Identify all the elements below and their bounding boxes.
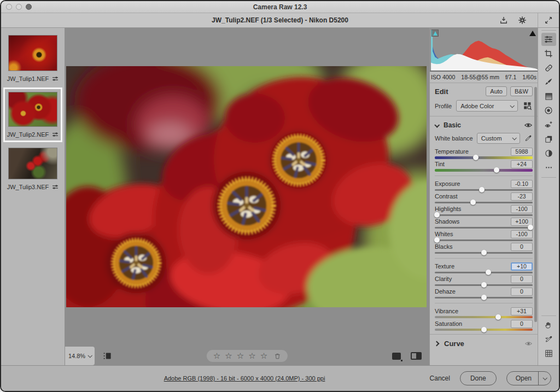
close-window-button[interactable]	[6, 4, 12, 10]
star-icon[interactable]: ☆	[237, 352, 244, 360]
slider-thumb[interactable]	[481, 327, 487, 332]
zoom-window-button[interactable]	[26, 4, 32, 10]
slider-value-field[interactable]: 0	[511, 275, 533, 283]
slider-value-field[interactable]: 0	[511, 320, 533, 328]
slider-track[interactable]	[435, 213, 533, 217]
snapshots-icon[interactable]	[541, 132, 556, 145]
profile-browser-icon[interactable]	[522, 101, 533, 111]
slider-track[interactable]	[435, 315, 533, 319]
slider-track[interactable]	[435, 296, 533, 299]
slider-track[interactable]	[435, 168, 533, 172]
slider-value-field[interactable]: 5988	[511, 148, 533, 156]
slider-thumb[interactable]	[528, 225, 533, 230]
slider-track[interactable]	[435, 156, 533, 159]
presets-icon[interactable]	[541, 147, 556, 160]
split-view-icon[interactable]	[411, 352, 422, 360]
red-eye-icon[interactable]	[541, 118, 556, 131]
save-image-icon[interactable]	[499, 15, 509, 25]
brush-icon[interactable]	[541, 75, 556, 89]
slider-label: Highlights	[435, 206, 461, 212]
reject-trash-icon[interactable]	[274, 353, 281, 360]
slider-label: Dehaze	[435, 288, 456, 295]
slider-value-field[interactable]: +31	[511, 307, 533, 315]
heal-icon[interactable]	[541, 61, 556, 74]
sampler-icon[interactable]	[541, 332, 556, 346]
filmstrip-toggle-icon[interactable]	[103, 352, 113, 360]
slider-thumb[interactable]	[434, 212, 440, 218]
slider-value-field[interactable]: -100	[511, 205, 533, 213]
slider-track[interactable]	[435, 328, 533, 331]
slider-thumb[interactable]	[486, 270, 491, 275]
zoom-level-dropdown[interactable]: 14.8%	[65, 347, 95, 365]
filmstrip-item[interactable]: JW_Tulip3.NEF	[3, 143, 62, 195]
shadow-clipping-indicator[interactable]	[431, 30, 439, 37]
slider-thumb[interactable]	[473, 155, 479, 160]
panel-scrollbar[interactable]	[534, 87, 537, 322]
star-icon[interactable]: ☆	[225, 352, 232, 360]
curve-visibility-eye-icon[interactable]	[524, 340, 533, 348]
hand-icon[interactable]	[541, 318, 556, 331]
photo-preview[interactable]	[66, 66, 427, 307]
slider-row: Dehaze0	[435, 287, 533, 299]
basic-section-header[interactable]: Basic	[430, 116, 538, 132]
fullscreen-toggle-icon[interactable]	[544, 16, 553, 25]
white-balance-dropdown[interactable]: Custom	[477, 133, 520, 144]
filmstrip-item[interactable]: JW_Tulip2.NEF	[3, 87, 62, 142]
slider-track[interactable]	[435, 238, 533, 242]
white-balance-eyedropper-icon[interactable]	[524, 134, 533, 143]
slider-row: Exposure-0.10	[435, 179, 533, 191]
highlight-clipping-indicator[interactable]	[529, 30, 536, 37]
slider-value-field[interactable]: -0.10	[511, 180, 533, 188]
slider-track[interactable]	[435, 226, 533, 229]
slider-label: Clarity	[435, 276, 452, 282]
slider-value-field[interactable]: 0	[511, 288, 533, 296]
slider-thumb[interactable]	[470, 200, 476, 205]
slider-value-field[interactable]: 0	[511, 243, 533, 251]
histogram[interactable]	[430, 28, 538, 72]
canvas-toolbar: 14.8% ☆☆☆☆☆	[65, 347, 429, 365]
toolbar-bottom	[541, 318, 556, 361]
star-icon[interactable]: ☆	[213, 352, 220, 360]
slider-thumb[interactable]	[434, 237, 440, 243]
thumbnail-image[interactable]	[9, 92, 57, 126]
filmstrip-item[interactable]: JW_Tulip1.NEF	[3, 31, 62, 86]
radial-filter-icon[interactable]	[541, 104, 556, 117]
slider-value-field[interactable]: +10	[511, 262, 533, 271]
cancel-button[interactable]: Cancel	[430, 375, 450, 382]
slider-value-field[interactable]: -23	[511, 192, 533, 201]
thumbnail-image[interactable]	[9, 36, 57, 71]
slider-row: Highlights-100	[435, 204, 533, 217]
grid-icon[interactable]	[541, 347, 556, 360]
workflow-options-link[interactable]: Adobe RGB (1998) - 16 bit - 6000 x 4000 …	[91, 375, 398, 382]
bw-button[interactable]: B&W	[510, 86, 533, 96]
slider-track[interactable]	[435, 201, 533, 204]
edit-icon[interactable]	[541, 33, 556, 46]
open-options-chevron[interactable]	[538, 372, 551, 385]
curve-section-header[interactable]: Curve	[430, 334, 538, 353]
slider-track[interactable]	[435, 188, 533, 191]
done-button[interactable]: Done	[460, 371, 497, 385]
before-after-menu-icon[interactable]	[392, 353, 401, 360]
slider-thumb[interactable]	[495, 314, 501, 320]
slider-value-field[interactable]: -100	[511, 230, 533, 238]
more-icon[interactable]	[541, 161, 556, 174]
preferences-gear-icon[interactable]	[517, 15, 527, 25]
crop-icon[interactable]	[541, 47, 556, 60]
slider-thumb[interactable]	[481, 282, 487, 288]
profile-dropdown[interactable]: Adobe Color	[456, 100, 518, 112]
star-icon[interactable]: ☆	[248, 352, 255, 360]
minimize-window-button[interactable]	[16, 4, 22, 10]
slider-track[interactable]	[435, 251, 533, 254]
thumbnail-image[interactable]	[9, 148, 57, 179]
auto-button[interactable]: Auto	[486, 86, 507, 96]
slider-track[interactable]	[435, 283, 533, 286]
graduated-filter-icon[interactable]	[541, 90, 556, 103]
histogram-graph	[430, 28, 538, 72]
open-button[interactable]: Open	[507, 372, 538, 385]
document-title: JW_Tulip2.NEF (1/3 Selected) - Nikon D52…	[1, 16, 559, 24]
slider-value-field[interactable]: +24	[511, 160, 533, 168]
star-icon[interactable]: ☆	[260, 352, 267, 360]
slider-track[interactable]	[435, 271, 533, 274]
basic-visibility-eye-icon[interactable]	[524, 121, 533, 130]
slider-thumb[interactable]	[479, 187, 485, 192]
